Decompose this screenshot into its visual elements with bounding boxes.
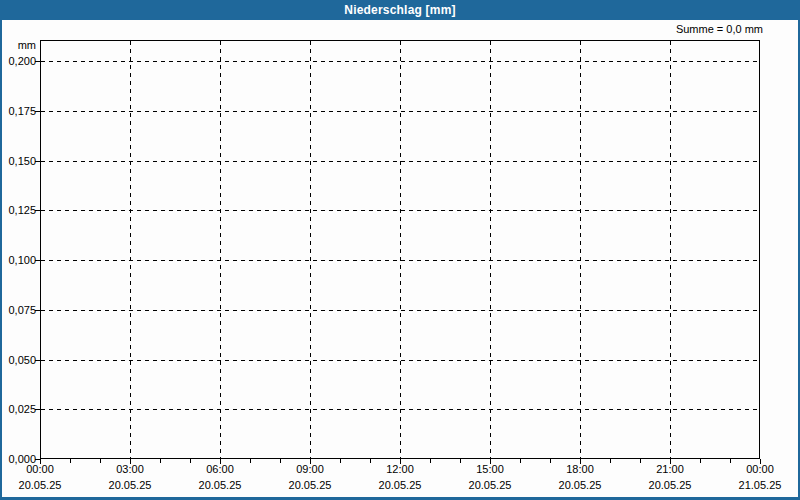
y-tick-label: 0,025: [2, 403, 36, 415]
x-tick-time-label: 18:00: [545, 463, 615, 475]
y-tick-label: 0,075: [2, 304, 36, 316]
sum-annotation: Summe = 0,0 mm: [676, 23, 763, 35]
x-tick-date-label: 20.05.25: [365, 479, 435, 491]
x-tick-date-label: 20.05.25: [275, 479, 345, 491]
v-gridline: [400, 41, 401, 458]
y-tick-label: 0,125: [2, 204, 36, 216]
v-gridline: [490, 41, 491, 458]
y-tick-label: 0,175: [2, 105, 36, 117]
x-tick-date-label: 20.05.25: [545, 479, 615, 491]
v-gridline: [310, 41, 311, 458]
chart-window: Niederschlag [mm] Summe = 0,0 mm mm 0,00…: [0, 0, 800, 500]
x-tick-time-label: 06:00: [185, 463, 255, 475]
x-tick-date-label: 20.05.25: [185, 479, 255, 491]
x-tick-time-label: 09:00: [275, 463, 345, 475]
window-titlebar[interactable]: Niederschlag [mm]: [2, 0, 798, 20]
x-tick-time-label: 00:00: [725, 463, 795, 475]
y-tick-label: 0,150: [2, 155, 36, 167]
v-gridline: [220, 41, 221, 458]
plot-area[interactable]: [40, 40, 760, 459]
y-tick-label: 0,050: [2, 354, 36, 366]
x-tick-time-label: 12:00: [365, 463, 435, 475]
x-tick-date-label: 20.05.25: [455, 479, 525, 491]
v-gridline: [580, 41, 581, 458]
y-axis-unit-label: mm: [2, 39, 36, 51]
x-tick-time-label: 03:00: [95, 463, 165, 475]
x-tick-time-label: 00:00: [5, 463, 75, 475]
chart-title: Niederschlag [mm]: [344, 3, 455, 17]
x-tick-time-label: 15:00: [455, 463, 525, 475]
x-tick-date-label: 20.05.25: [5, 479, 75, 491]
x-tick-date-label: 20.05.25: [635, 479, 705, 491]
y-tick-label: 0,100: [2, 254, 36, 266]
v-gridline: [130, 41, 131, 458]
x-tick-time-label: 21:00: [635, 463, 705, 475]
v-gridline: [670, 41, 671, 458]
x-tick-date-label: 21.05.25: [725, 479, 795, 491]
x-tick-date-label: 20.05.25: [95, 479, 165, 491]
y-tick-label: 0,200: [2, 55, 36, 67]
